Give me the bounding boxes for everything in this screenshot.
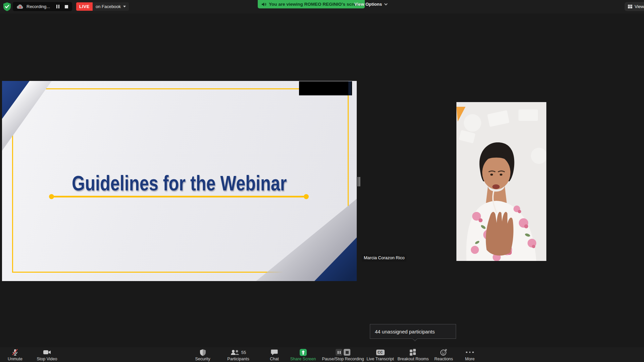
unmute-label: Unmute: [8, 357, 22, 361]
stop-recording-button[interactable]: [65, 5, 68, 8]
view-options-label: View Options: [354, 2, 382, 7]
cloud-recording-icon: [17, 4, 23, 9]
viewing-screen-text: You are viewing ROMEO REGINIO's screen: [269, 2, 361, 7]
live-destination-dropdown[interactable]: on Facebook: [93, 2, 129, 11]
shared-screen-slide: Guidelines for the Webinar: [2, 81, 357, 281]
speaker-icon: [261, 2, 266, 7]
stop-recording-icon[interactable]: [344, 349, 350, 356]
security-shield-icon: [200, 348, 206, 356]
live-destination-label: on Facebook: [96, 4, 121, 9]
share-screen-icon: [300, 349, 307, 356]
more-label: More: [465, 357, 475, 361]
breakout-tooltip-text: 44 unassigned participants: [375, 329, 435, 334]
participant-video-frame: [456, 102, 546, 261]
security-verified-icon: [3, 2, 11, 11]
participants-label: Participants: [227, 357, 249, 361]
covered-webcam-overlay: [299, 81, 352, 95]
more-ellipsis-icon: [466, 352, 474, 353]
live-badge: LIVE: [76, 2, 93, 11]
reactions-button[interactable]: Reactions: [427, 347, 460, 362]
view-layout-icon: [628, 5, 632, 8]
reactions-smiley-icon: [440, 348, 447, 356]
security-label: Security: [195, 357, 210, 361]
closed-captions-icon: CC: [376, 350, 385, 355]
chat-bubble-icon: [271, 348, 278, 356]
pause-recording-icon[interactable]: [336, 349, 342, 356]
participant-video[interactable]: [456, 102, 546, 261]
reactions-label: Reactions: [434, 357, 453, 361]
video-camera-icon: [43, 348, 51, 356]
breakout-rooms-label: Breakout Rooms: [397, 357, 429, 361]
share-screen-label: Share Screen: [290, 357, 316, 361]
unmute-button[interactable]: Unmute: [2, 347, 29, 362]
live-stream-control: LIVE on Facebook: [76, 2, 129, 11]
view-button-label: View: [635, 4, 644, 9]
panel-resize-handle[interactable]: [358, 177, 360, 186]
view-options-dropdown[interactable]: View Options: [354, 0, 387, 8]
breakout-tooltip: 44 unassigned participants: [370, 324, 456, 339]
breakout-rooms-icon: [410, 349, 416, 356]
viewing-screen-banner: You are viewing ROMEO REGINIO's screen: [258, 0, 365, 8]
security-button[interactable]: Security: [188, 347, 218, 362]
pause-recording-button[interactable]: [56, 5, 59, 8]
live-transcript-label: Live Transcript: [366, 357, 394, 361]
participant-name-label: Marcia Corazon Rico: [362, 254, 406, 262]
chat-label: Chat: [270, 357, 279, 361]
underline-dot-left: [49, 194, 54, 199]
meeting-toolbar: Unmute Stop Video Security: [0, 347, 644, 362]
slide-title: Guidelines for the Webinar: [2, 171, 357, 195]
participants-count: 55: [241, 350, 246, 355]
more-button[interactable]: More: [456, 347, 483, 362]
participants-button[interactable]: 55 Participants: [219, 347, 257, 362]
microphone-muted-icon: [11, 348, 19, 356]
participants-icon: [231, 350, 239, 355]
recording-label: Recording...: [27, 4, 50, 9]
view-button[interactable]: View: [625, 2, 644, 11]
recording-pill: Recording...: [13, 2, 72, 11]
caret-down-icon: [123, 6, 126, 7]
pause-stop-recording-label: Pause/Stop Recording: [322, 357, 364, 361]
stop-video-label: Stop Video: [37, 357, 57, 361]
underline-dot-right: [304, 194, 309, 199]
stop-video-button[interactable]: Stop Video: [32, 347, 62, 362]
slide-title-underline: [51, 196, 306, 197]
